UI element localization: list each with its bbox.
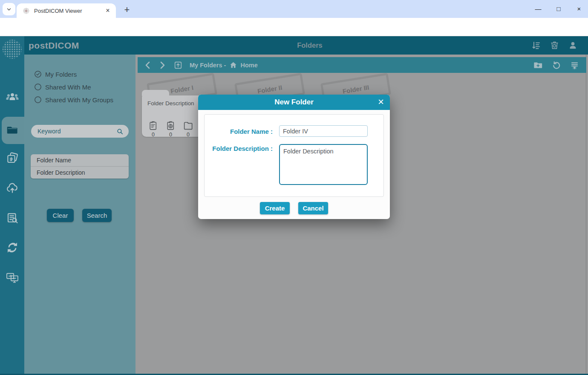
tab-search-button[interactable] xyxy=(3,3,15,15)
folder-description: Folder Description xyxy=(147,100,194,107)
new-folder-modal: New Folder × Folder Name : Folder Descri… xyxy=(198,95,390,219)
sidebar-item-studies[interactable] xyxy=(0,152,24,164)
export-queue-icon[interactable] xyxy=(570,61,579,70)
radio-checked-icon xyxy=(34,70,42,78)
radio-label: Shared With Me xyxy=(45,84,91,91)
breadcrumb-path[interactable]: My Folders - xyxy=(190,62,226,69)
window-close-button[interactable]: × xyxy=(575,5,583,12)
folder-name-input[interactable] xyxy=(279,125,368,137)
keyword-input[interactable] xyxy=(37,128,116,135)
sort-list-icon[interactable] xyxy=(531,40,541,51)
radio-shared-with-my-groups[interactable]: Shared With My Groups xyxy=(34,95,113,104)
new-tab-button[interactable]: + xyxy=(121,4,133,16)
refresh-icon[interactable] xyxy=(552,61,561,70)
app-header: postDICOM Folders xyxy=(0,36,588,55)
breadcrumb-home[interactable]: Home xyxy=(240,62,257,69)
list-item-folder-name[interactable]: Folder Name xyxy=(31,154,129,166)
count-label: 0 xyxy=(152,132,155,138)
count-label: 0 xyxy=(169,132,172,138)
subfolder-icon xyxy=(183,120,193,131)
folder-description-label: Folder Description : xyxy=(212,145,273,152)
browser-window: PostDICOM Viewer × + — □ × ← → ↻ germany… xyxy=(0,0,588,375)
folder-description-textarea[interactable]: Folder Description xyxy=(279,144,368,185)
up-folder-icon[interactable] xyxy=(173,61,183,70)
breadcrumb-bar: My Folders - Home xyxy=(138,57,586,73)
tab-title: PostDICOM Viewer xyxy=(34,8,104,14)
tab-strip: PostDICOM Viewer × + — □ × xyxy=(0,0,588,18)
folder-name: Folder III xyxy=(342,84,369,95)
sidebar-item-worklist-search[interactable] xyxy=(0,212,24,225)
recycle-bin-icon[interactable] xyxy=(550,40,559,50)
radio-unchecked-icon xyxy=(34,83,42,91)
modal-close-icon[interactable]: × xyxy=(378,95,384,110)
side-nav xyxy=(0,36,24,375)
page-title: Folders xyxy=(0,36,588,55)
modal-header: New Folder × xyxy=(198,95,390,110)
count-label: 0 xyxy=(187,132,190,138)
image-stack-icon xyxy=(6,152,19,164)
sidebar-item-remote-devices[interactable] xyxy=(0,271,24,284)
tab-close-icon[interactable]: × xyxy=(104,7,112,14)
cancel-button[interactable]: Cancel xyxy=(298,202,328,214)
search-icon[interactable] xyxy=(116,128,124,135)
clear-button[interactable]: Clear xyxy=(47,209,74,222)
chevron-down-icon xyxy=(6,6,12,12)
sidebar-item-upload[interactable] xyxy=(0,182,24,194)
folder-name: Folder II xyxy=(257,84,282,95)
home-icon[interactable] xyxy=(229,61,237,69)
radio-unchecked-icon xyxy=(34,96,42,104)
new-folder-icon[interactable] xyxy=(533,61,543,70)
browser-tab[interactable]: PostDICOM Viewer × xyxy=(17,3,116,18)
search-button[interactable]: Search xyxy=(82,209,112,222)
back-chevron-icon[interactable] xyxy=(144,61,151,69)
window-controls: — □ × xyxy=(534,0,583,17)
sync-arrows-icon xyxy=(6,241,19,254)
browser-toolbar: ← → ↻ germany.postdicom.com/Viewer/Main … xyxy=(0,18,588,36)
search-field-list: Folder Name Folder Description xyxy=(31,154,129,179)
people-group-icon xyxy=(6,92,19,103)
radio-my-folders[interactable]: My Folders xyxy=(34,70,77,78)
modal-title: New Folder xyxy=(198,95,390,110)
favicon-icon xyxy=(23,7,30,14)
filter-panel: My Folders Shared With Me Shared With My… xyxy=(24,55,135,375)
forward-chevron-icon[interactable] xyxy=(159,61,166,69)
list-search-icon xyxy=(6,212,19,225)
sidebar-item-share[interactable] xyxy=(0,241,24,254)
cloud-upload-icon xyxy=(6,182,19,194)
radio-label: Shared With My Groups xyxy=(45,96,113,104)
list-item-folder-description[interactable]: Folder Description xyxy=(31,166,129,178)
folder-name-label: Folder Name : xyxy=(230,128,273,135)
account-icon[interactable] xyxy=(568,40,578,50)
folder-icon xyxy=(6,124,19,136)
window-minimize-button[interactable]: — xyxy=(534,5,542,12)
sidebar-item-patients[interactable] xyxy=(0,92,24,103)
radio-label: My Folders xyxy=(45,71,77,78)
keyword-search-box xyxy=(31,125,129,138)
create-button[interactable]: Create xyxy=(260,202,290,214)
postdicom-logo-icon xyxy=(2,39,23,60)
clipboard-list-icon xyxy=(148,120,159,131)
radio-shared-with-me[interactable]: Shared With Me xyxy=(34,83,91,91)
window-maximize-button[interactable]: □ xyxy=(555,5,562,12)
sidebar-item-folders[interactable] xyxy=(0,124,24,136)
folder-card-stats: 0 0 xyxy=(148,120,193,138)
clipboard-globe-icon xyxy=(165,120,176,131)
folder-name: Folder I xyxy=(170,84,194,94)
dual-monitors-icon xyxy=(6,271,19,284)
